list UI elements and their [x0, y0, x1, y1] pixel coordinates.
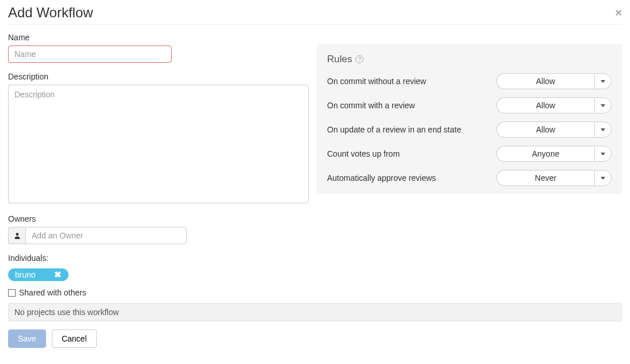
name-label: Name — [8, 33, 309, 42]
rule-row: On commit with a review Allow — [327, 97, 612, 113]
rule-row: On commit without a review Allow — [327, 73, 612, 89]
chevron-down-icon[interactable] — [594, 97, 612, 113]
left-column: Name Description Owners Individuals: — [8, 33, 309, 297]
rules-panel: Rules ? On commit without a review Allow… — [317, 44, 622, 194]
individual-chip: bruno ✖ — [8, 268, 69, 281]
rule-label: On commit with a review — [327, 101, 415, 110]
shared-checkbox[interactable] — [8, 289, 16, 297]
chevron-down-icon[interactable] — [594, 73, 612, 89]
rule-select[interactable]: Never — [496, 170, 594, 186]
description-input[interactable] — [8, 85, 309, 203]
rule-select[interactable]: Allow — [496, 122, 594, 138]
shared-row[interactable]: Shared with others — [8, 288, 309, 297]
rule-select[interactable]: Allow — [496, 97, 594, 113]
rule-row: Count votes up from Anyone — [327, 146, 612, 162]
chip-name: bruno — [15, 270, 50, 279]
owner-input[interactable] — [25, 227, 187, 244]
individuals-label: Individuals: — [8, 253, 309, 263]
dialog-header: Add Workflow × — [8, 5, 622, 25]
rule-select[interactable]: Anyone — [496, 146, 594, 162]
rule-label: On update of a review in an end state — [327, 125, 461, 134]
chip-remove-icon[interactable]: ✖ — [50, 270, 66, 280]
rules-title: Rules — [327, 54, 352, 65]
rule-row: On update of a review in an end state Al… — [327, 122, 612, 138]
help-icon[interactable]: ? — [355, 55, 363, 63]
rule-label: On commit without a review — [327, 77, 426, 86]
chevron-down-icon[interactable] — [594, 122, 612, 138]
projects-usage-bar: No projects use this workflow — [8, 303, 622, 321]
rule-row: Automatically approve reviews Never — [327, 170, 612, 186]
chevron-down-icon[interactable] — [594, 170, 612, 186]
owners-label: Owners — [8, 214, 309, 223]
person-icon — [8, 227, 25, 244]
cancel-button[interactable]: Cancel — [52, 329, 97, 348]
shared-label: Shared with others — [19, 288, 86, 297]
footer-buttons: Save Cancel — [8, 329, 622, 348]
dialog-title: Add Workflow — [8, 5, 93, 21]
save-button[interactable]: Save — [8, 329, 46, 348]
name-input[interactable] — [8, 46, 172, 63]
description-label: Description — [8, 72, 309, 81]
rule-select[interactable]: Allow — [496, 73, 594, 89]
rule-label: Automatically approve reviews — [327, 173, 436, 183]
svg-point-0 — [16, 233, 18, 236]
chevron-down-icon[interactable] — [594, 146, 612, 162]
close-icon[interactable]: × — [615, 7, 622, 18]
rule-label: Count votes up from — [327, 149, 400, 158]
